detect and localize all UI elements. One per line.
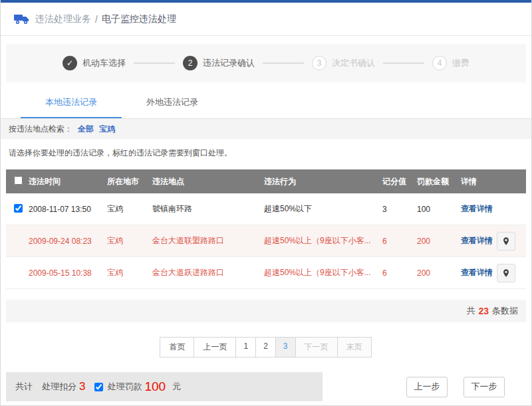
step-3-label: 决定书确认 (332, 57, 375, 69)
pagination-page-3[interactable]: 3 (275, 337, 296, 357)
record-count-bar: 共 23 条数据 (6, 300, 526, 322)
fine-unit: 元 (172, 381, 181, 393)
cell-fine: 100 (416, 205, 460, 214)
points-label: 处理扣分 (42, 381, 76, 393)
progress-stepper: ✓ 机动车选择 2 违法记录确认 3 决定书确认 4 缴费 (6, 44, 526, 82)
step-3-number: 3 (312, 56, 327, 70)
pagination-page-2[interactable]: 2 (255, 337, 276, 357)
pagination-next: 下一页 (295, 337, 338, 357)
truck-icon (14, 13, 30, 25)
pagination-page-1[interactable]: 1 (235, 337, 256, 357)
cell-location: 金台大道跃进路路口 (151, 267, 263, 278)
cell-points: 6 (381, 237, 416, 246)
count-prefix: 共 (466, 305, 475, 317)
breadcrumb-separator: / (95, 14, 98, 25)
fine-label: 处理罚款 (107, 381, 142, 393)
step-4-number: 4 (432, 56, 447, 70)
pay-fine-checkbox[interactable] (94, 383, 103, 391)
location-filter-bar: 按违法地点检索： 全部 宝鸡 (1, 119, 531, 139)
table-row[interactable]: 2009-09-24 08:23 宝鸡 金台大道联盟路路口 超速50%以上（9座… (6, 225, 526, 257)
cell-behavior: 超速50%以上（9座以下小客... (263, 235, 381, 247)
cell-fine: 200 (416, 268, 460, 278)
step-1-label: 机动车选择 (82, 57, 126, 69)
tab-local-records[interactable]: 本地违法记录 (21, 86, 122, 118)
record-count: 23 (478, 306, 489, 316)
cell-behavior: 超速50%以下 (263, 203, 381, 215)
totals-panel: 共计 处理扣分 3 处理罚款 100 元 (6, 372, 323, 401)
count-suffix: 条数据 (492, 305, 518, 317)
header-detail: 详情 (460, 176, 526, 187)
cell-violation-time: 2009-05-15 10:38 (27, 268, 106, 278)
step-record-confirm: 2 违法记录确认 (183, 56, 255, 70)
view-detail-link[interactable]: 查看详情 (461, 235, 493, 247)
pagination-last: 末页 (337, 337, 372, 357)
header-city: 所在地市 (106, 176, 151, 187)
step-2-number: 2 (183, 56, 198, 70)
violation-table: 违法时间 所在地市 违法地点 违法行为 记分值 罚款金额 详情 2008-11-… (6, 169, 526, 289)
step-buttons: 上一步 下一步 (390, 377, 505, 397)
pagination-first[interactable]: 首页 (160, 337, 194, 357)
cell-points: 3 (381, 205, 416, 214)
table-row[interactable]: 2009-05-15 10:38 宝鸡 金台大道跃进路路口 超速50%以上（9座… (6, 257, 526, 289)
breadcrumb-current: 电子监控违法处理 (102, 13, 176, 25)
view-detail-link[interactable]: 查看详情 (461, 203, 493, 215)
step-connector (263, 62, 304, 64)
map-pin-icon (501, 268, 511, 278)
next-step-button[interactable]: 下一步 (464, 377, 505, 397)
record-tabs: 本地违法记录 外地违法记录 (1, 82, 531, 119)
step-decision-confirm: 3 决定书确认 (312, 56, 375, 70)
pagination-prev[interactable]: 上一页 (194, 337, 236, 357)
points-total: 3 (79, 380, 85, 393)
cell-city: 宝鸡 (106, 235, 151, 247)
header-location: 违法地点 (151, 176, 263, 187)
violation-processing-page: 违法处理业务 / 电子监控违法处理 ✓ 机动车选择 2 违法记录确认 3 决定书… (0, 0, 532, 406)
cell-city: 宝鸡 (106, 203, 151, 215)
header-violation-time: 违法时间 (27, 176, 106, 187)
cell-points: 6 (381, 268, 416, 278)
view-detail-link[interactable]: 查看详情 (461, 267, 493, 278)
header-fine: 罚款金额 (416, 176, 460, 187)
cell-location: 虢镇南环路 (151, 203, 263, 215)
table-row[interactable]: 2008-11-07 13:50 宝鸡 虢镇南环路 超速50%以下 3 100 … (6, 193, 526, 225)
header-points: 记分值 (381, 176, 416, 187)
step-1-check-icon: ✓ (63, 56, 77, 70)
selection-notice: 请选择你要处理的违法记录，标红的违法记录需要到窗口处理。 (1, 139, 531, 164)
step-connector (134, 62, 175, 64)
cell-fine: 200 (416, 237, 460, 246)
previous-step-button[interactable]: 上一步 (406, 377, 448, 397)
cell-violation-time: 2009-09-24 08:23 (27, 237, 106, 246)
step-payment: 4 缴费 (432, 56, 469, 70)
cell-behavior: 超速50%以上（9座以下小客... (263, 267, 381, 278)
filter-label: 按违法地点检索： (9, 124, 72, 135)
footer-bar: 共计 处理扣分 3 处理罚款 100 元 上一步 下一步 (6, 372, 526, 401)
filter-option-baoji[interactable]: 宝鸡 (99, 124, 115, 135)
cell-city: 宝鸡 (106, 267, 151, 278)
step-vehicle-select: ✓ 机动车选择 (63, 56, 126, 70)
total-label: 共计 (15, 381, 33, 393)
table-header-row: 违法时间 所在地市 违法地点 违法行为 记分值 罚款金额 详情 (6, 169, 526, 193)
select-all-checkbox[interactable] (14, 176, 23, 185)
step-connector (383, 62, 424, 64)
cell-location: 金台大道联盟路路口 (151, 235, 263, 247)
page-header: 违法处理业务 / 电子监控违法处理 (1, 3, 531, 36)
map-pin-icon (501, 237, 511, 246)
map-pin-button[interactable] (497, 232, 515, 251)
header-behavior: 违法行为 (263, 176, 381, 187)
map-pin-button[interactable] (497, 264, 515, 282)
step-4-label: 缴费 (452, 57, 469, 69)
filter-option-all[interactable]: 全部 (78, 124, 94, 135)
row-checkbox[interactable] (14, 204, 23, 213)
pagination: 首页 上一页 1 2 3 下一页 末页 (1, 337, 531, 357)
tab-nonlocal-records[interactable]: 外地违法记录 (122, 86, 223, 118)
breadcrumb-section[interactable]: 违法处理业务 (35, 13, 91, 25)
step-2-label: 违法记录确认 (203, 57, 255, 69)
fine-total: 100 (144, 379, 166, 394)
cell-violation-time: 2008-11-07 13:50 (27, 205, 106, 214)
